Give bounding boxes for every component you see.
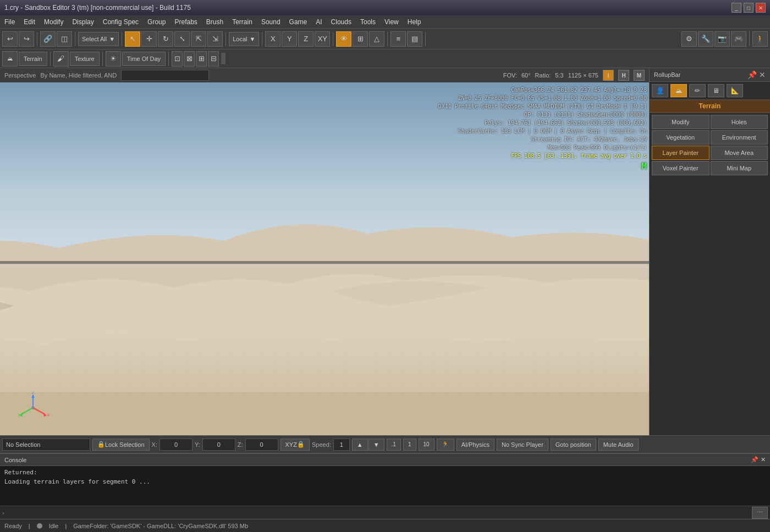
menu-item-game[interactable]: Game [285, 15, 312, 28]
terrain-environment-button[interactable]: Environment [711, 130, 768, 145]
speed-input[interactable] [333, 439, 350, 451]
settings-button[interactable]: ⚙ [681, 31, 697, 47]
menu-item-group[interactable]: Group [143, 15, 170, 28]
link-button[interactable]: 🔗 [40, 31, 56, 47]
lock-selection-button[interactable]: 🔒 Lock Selection [92, 439, 150, 451]
x-input[interactable] [160, 439, 193, 451]
terrain-holes-button[interactable]: Holes [711, 115, 768, 129]
coord-system-dropdown[interactable]: Local ▼ [229, 32, 259, 46]
group-button[interactable]: ◫ [57, 31, 72, 47]
timeofday-button[interactable]: Time Of Day [122, 52, 166, 66]
panel-pin-button[interactable]: 📌 [747, 70, 757, 79]
scale3-button[interactable]: ⇲ [207, 31, 223, 47]
panel-icon-layers[interactable]: 📐 [727, 84, 743, 97]
panel-icon-display[interactable]: 🖥 [708, 84, 724, 97]
terrain-icon[interactable]: ⛰ [2, 51, 18, 66]
menu-item-terrain[interactable]: Terrain [228, 15, 257, 28]
tool2-button[interactable]: 🔧 [698, 31, 713, 47]
menu-item-sound[interactable]: Sound [257, 15, 285, 28]
panel-icon-objects[interactable]: 👤 [652, 84, 668, 97]
terrain-button[interactable]: Terrain [19, 52, 47, 66]
menu-item-view[interactable]: View [380, 15, 403, 28]
menu-item-brush[interactable]: Brush [202, 15, 228, 28]
resize-handle[interactable] [221, 53, 226, 64]
xyz-lock-button[interactable]: XYZ 🔒 [280, 439, 310, 451]
maximize-button[interactable]: □ [744, 3, 754, 13]
terrain-voxelpainter-button[interactable]: Voxel Painter [652, 161, 710, 175]
info-button-m[interactable]: M [634, 70, 645, 81]
menu-item-tools[interactable]: Tools [356, 15, 380, 28]
svg-marker-4 [31, 394, 35, 398]
no-sync-player-button[interactable]: No Sync Player [497, 439, 548, 451]
move-button[interactable]: ✛ [141, 31, 157, 47]
menu-item-edit[interactable]: Edit [19, 15, 40, 28]
panel-icon-terrain[interactable]: ⛰ [670, 84, 687, 97]
timeofday-icon[interactable]: ☀ [106, 51, 121, 66]
ai-physics-button[interactable]: AI/Physics [457, 439, 494, 451]
panel-close-button[interactable]: ✕ [759, 70, 766, 79]
speed-dot1[interactable]: .1 [387, 439, 401, 451]
menu-item-file[interactable]: File [0, 15, 19, 28]
terrain-minimap-button[interactable]: Mini Map [711, 161, 768, 175]
undo-button[interactable]: ↩ [2, 31, 18, 47]
terrain-movearea-button[interactable]: Move Area [711, 146, 768, 160]
menu-item-prefabs[interactable]: Prefabs [170, 15, 201, 28]
tool4-button[interactable]: 🎮 [731, 31, 746, 47]
minimize-button[interactable]: _ [732, 3, 741, 13]
angle-button[interactable]: △ [369, 31, 384, 47]
rotate-button[interactable]: ↻ [158, 31, 173, 47]
select-mode-button[interactable]: ↖ [125, 31, 140, 47]
obj-toggle3[interactable]: ⊞ [196, 51, 207, 66]
x-axis-button[interactable]: X [265, 31, 280, 47]
menu-item-help[interactable]: Help [403, 15, 426, 28]
sep5 [262, 32, 262, 46]
scale-button[interactable]: ⤡ [174, 31, 190, 47]
sep-t1 [50, 52, 51, 66]
menu-item-config-spec[interactable]: Config Spec [98, 15, 143, 28]
person-icon[interactable]: 🚶 [752, 31, 768, 47]
info-button-h[interactable]: H [618, 70, 629, 81]
info-button-i[interactable]: i [603, 70, 614, 81]
speed-up-button[interactable]: ▲ [352, 439, 368, 451]
speed-down-button[interactable]: ▼ [369, 439, 384, 451]
console-options-button[interactable]: ⋯ [752, 507, 768, 519]
z-axis-button[interactable]: Z [298, 31, 314, 47]
terrain-layerpainter-button[interactable]: Layer Painter [652, 146, 710, 160]
separator1: | [29, 523, 30, 529]
obj-btn2[interactable]: ▤ [407, 31, 422, 47]
y-input[interactable] [202, 439, 235, 451]
player-icon-button[interactable]: 🏃 [437, 439, 454, 451]
menu-item-modify[interactable]: Modify [40, 15, 68, 28]
viewport-search-input[interactable] [121, 70, 209, 81]
select-all-dropdown[interactable]: Select All ▼ [78, 32, 119, 46]
obj-toggle1[interactable]: ⊡ [172, 51, 183, 66]
window-controls[interactable]: _ □ ✕ [732, 3, 766, 13]
grid-view-button[interactable]: ⊞ [353, 31, 368, 47]
redo-button[interactable]: ↪ [19, 31, 34, 47]
tool3-button[interactable]: 📷 [714, 31, 730, 47]
goto-position-button[interactable]: Goto position [551, 439, 596, 451]
console-close-button[interactable]: ✕ [761, 456, 766, 463]
y-axis-button[interactable]: Y [282, 31, 297, 47]
perspective-view-button[interactable]: 👁 [336, 31, 351, 47]
menu-item-clouds[interactable]: Clouds [327, 15, 356, 28]
console-input[interactable] [7, 509, 752, 516]
scale2-button[interactable]: ⇱ [191, 31, 206, 47]
panel-icon-edit[interactable]: ✏ [689, 84, 706, 97]
z-input[interactable] [245, 439, 278, 451]
xy-axis-button[interactable]: XY [315, 31, 330, 47]
mute-audio-button[interactable]: Mute Audio [598, 439, 639, 451]
texture-button[interactable]: Texture [70, 52, 100, 66]
speed-1[interactable]: 1 [403, 439, 416, 451]
speed-10[interactable]: 10 [419, 439, 435, 451]
obj-toggle2[interactable]: ⊠ [184, 51, 195, 66]
terrain-modify-button[interactable]: Modify [652, 115, 710, 129]
texture-icon[interactable]: 🖌 [53, 51, 69, 66]
obj-btn1[interactable]: ≡ [391, 31, 406, 47]
menu-item-ai[interactable]: AI [311, 15, 326, 28]
close-button[interactable]: ✕ [756, 3, 766, 13]
menu-item-display[interactable]: Display [68, 15, 98, 28]
terrain-vegetation-button[interactable]: Vegetation [652, 130, 710, 145]
console-pin-button[interactable]: 📌 [751, 456, 758, 463]
obj-toggle4[interactable]: ⊟ [208, 51, 219, 66]
